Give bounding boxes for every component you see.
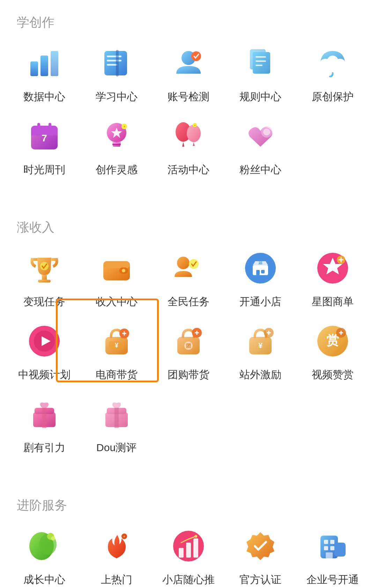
item-account-check[interactable]: 账号检测: [153, 42, 224, 104]
section-title-zhang-shouru: 涨收入: [0, 205, 377, 244]
user-badge-icon: [171, 251, 206, 286]
svg-point-32: [263, 128, 270, 135]
bar-chart-icon: [27, 46, 62, 81]
item-cashout-task[interactable]: 变现任务: [8, 247, 80, 309]
icon-wrap-fans-center: [239, 115, 281, 157]
bag-group-icon: 团: [171, 324, 206, 359]
label-official-cert: 官方认证: [239, 573, 281, 587]
svg-rect-101: [326, 552, 333, 558]
trophy-icon: [27, 251, 62, 286]
item-video-reward[interactable]: 赏 视频赞赏: [297, 320, 369, 382]
label-data-center: 数据中心: [23, 90, 65, 104]
label-original-protect: 原创保护: [312, 90, 354, 104]
svg-rect-13: [256, 60, 266, 62]
item-hot-topic[interactable]: + 上热门: [80, 525, 152, 587]
svg-point-39: [122, 269, 125, 272]
icon-wrap-group-buy: 团: [168, 320, 209, 362]
item-group-buy[interactable]: 团 团购带货: [153, 320, 224, 382]
section-zhang-shouru: 涨收入: [0, 205, 377, 469]
section-gap-1: [0, 191, 377, 205]
item-learn-center[interactable]: 学习中心: [80, 42, 152, 104]
item-ecommerce[interactable]: ¥ 电商带货: [80, 320, 152, 382]
item-original-protect[interactable]: 原创保护: [297, 42, 369, 104]
item-outside-incentive[interactable]: ¥ 站外激励: [224, 320, 296, 382]
item-shop-push[interactable]: 小店随心推: [153, 525, 224, 587]
icon-wrap-official-cert: [239, 525, 281, 567]
icon-wrap-hot-topic: +: [96, 525, 138, 567]
icon-wrap-data-center: [23, 42, 65, 84]
item-drama-pull[interactable]: 剧有引力: [8, 393, 80, 455]
item-xingtuchart[interactable]: 星图商单: [297, 247, 369, 309]
icon-wrap-outside-incentive: ¥: [239, 320, 281, 362]
svg-rect-79: [42, 406, 46, 428]
svg-rect-20: [37, 123, 40, 129]
chart-pink-icon: [171, 529, 206, 564]
svg-point-93: [194, 535, 197, 538]
label-time-weekly: 时光周刊: [23, 163, 65, 177]
item-dou-review[interactable]: Dou测评: [80, 393, 152, 455]
svg-rect-37: [103, 261, 130, 268]
svg-text:✦: ✦: [123, 125, 126, 128]
svg-rect-11: [253, 52, 270, 74]
icon-wrap-time-weekly: 7: [23, 115, 65, 157]
icon-wrap-activity-center: ✦: [168, 115, 209, 157]
svg-rect-21: [49, 123, 51, 129]
item-enterprise-open[interactable]: 企业号开通: [297, 525, 369, 587]
icon-wrap-drama-pull: [23, 393, 65, 435]
label-outside-incentive: 站外激励: [239, 368, 281, 382]
icon-grid-jinjie-fuwu: 成长中心 +: [0, 522, 377, 588]
label-hot-topic: 上热门: [101, 573, 132, 587]
svg-rect-92: [193, 538, 198, 558]
leaf-green-icon: [27, 529, 62, 564]
label-open-shop: 开通小店: [239, 295, 281, 309]
item-fans-center[interactable]: 粉丝中心: [224, 115, 296, 177]
section-xue-chuangzuo: 学创作: [0, 0, 377, 191]
section-gap-2: [0, 469, 377, 483]
shop-blue-icon: 店: [243, 251, 278, 286]
label-dou-review: Dou测评: [96, 441, 136, 455]
cert-orange-icon: [243, 529, 278, 564]
svg-rect-0: [30, 61, 38, 76]
icon-wrap-mid-video: [23, 320, 65, 362]
label-all-task: 全民任务: [168, 295, 209, 309]
item-open-shop[interactable]: 店 开通小店: [224, 247, 296, 309]
svg-text:✦: ✦: [193, 124, 196, 127]
svg-text:7: 7: [42, 133, 47, 144]
svg-rect-99: [324, 546, 328, 550]
play-pink-icon: [27, 324, 62, 359]
item-time-weekly[interactable]: 7 时光周刊: [8, 115, 80, 177]
calendar-icon: 7: [27, 119, 62, 154]
svg-point-40: [177, 257, 190, 269]
item-activity-center[interactable]: ✦ 活动中心: [153, 115, 224, 177]
icon-wrap-account-check: [168, 42, 209, 84]
label-rules-center: 规则中心: [239, 90, 281, 104]
svg-rect-90: [179, 548, 184, 558]
icon-wrap-shop-push: [168, 525, 209, 567]
item-income-center[interactable]: 收入中心: [80, 247, 152, 309]
page-container: 学创作: [0, 0, 377, 588]
label-activity-center: 活动中心: [168, 163, 209, 177]
icon-wrap-dou-review: [96, 393, 138, 435]
label-fans-center: 粉丝中心: [239, 163, 281, 177]
svg-text:¥: ¥: [115, 342, 118, 349]
item-growth-center[interactable]: 成长中心: [8, 525, 80, 587]
section-title-jinjie-fuwu: 进阶服务: [0, 483, 377, 522]
svg-point-28: [187, 125, 201, 142]
item-all-task[interactable]: 全民任务: [153, 247, 224, 309]
item-creative-inspire[interactable]: ✦ 创作灵感: [80, 115, 152, 177]
bag-orange-icon: ¥: [99, 324, 134, 359]
item-mid-video[interactable]: 中视频计划: [8, 320, 80, 382]
icon-wrap-rules-center: [239, 42, 281, 84]
svg-rect-82: [114, 406, 119, 428]
item-rules-center[interactable]: 规则中心: [224, 42, 296, 104]
svg-rect-6: [107, 64, 117, 66]
svg-rect-12: [256, 56, 266, 58]
svg-rect-3: [104, 51, 127, 75]
icon-wrap-xingtuchart: [312, 247, 354, 289]
svg-rect-34: [38, 280, 51, 282]
item-data-center[interactable]: 数据中心: [8, 42, 80, 104]
arrow-pink-icon: [315, 251, 350, 286]
gift-pink-icon: [27, 397, 62, 432]
item-official-cert[interactable]: 官方认证: [224, 525, 296, 587]
icon-wrap-open-shop: 店: [239, 247, 281, 289]
